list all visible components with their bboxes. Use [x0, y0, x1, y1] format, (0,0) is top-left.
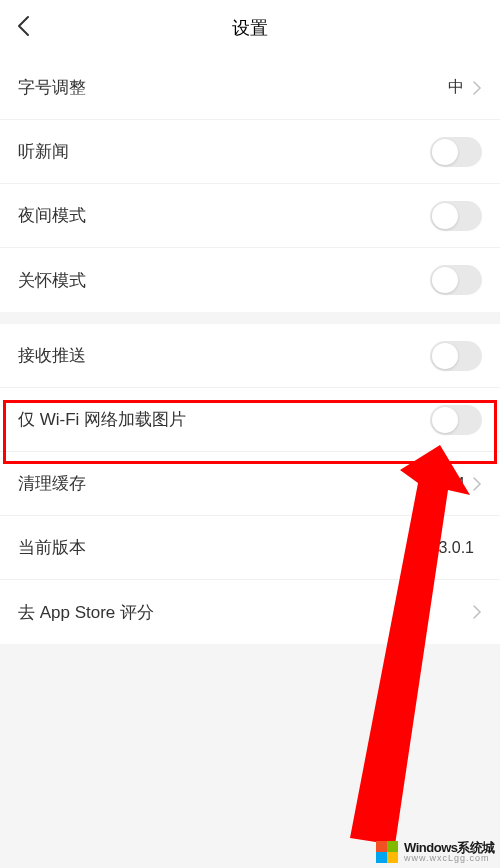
- row-care-mode: 关怀模式: [0, 248, 500, 312]
- row-right: 中: [448, 77, 482, 98]
- header: 设置: [0, 0, 500, 56]
- settings-section-2: 接收推送 仅 Wi-Fi 网络加载图片 清理缓存 1.1 M 当前版本 13.0…: [0, 324, 500, 644]
- row-night-mode: 夜间模式: [0, 184, 500, 248]
- night-mode-label: 夜间模式: [18, 204, 430, 227]
- font-adjust-label: 字号调整: [18, 76, 448, 99]
- listen-news-toggle[interactable]: [430, 137, 482, 167]
- windows-logo-icon: [376, 841, 398, 863]
- clear-cache-value: 1.1 M: [424, 475, 464, 493]
- row-font-adjust[interactable]: 字号调整 中: [0, 56, 500, 120]
- back-button[interactable]: [16, 15, 30, 41]
- row-right: 1.1 M: [424, 475, 482, 493]
- font-adjust-value: 中: [448, 77, 464, 98]
- version-label: 当前版本: [18, 536, 430, 559]
- push-label: 接收推送: [18, 344, 430, 367]
- clear-cache-label: 清理缓存: [18, 472, 424, 495]
- push-toggle[interactable]: [430, 341, 482, 371]
- page-title: 设置: [232, 16, 268, 40]
- chevron-right-icon: [472, 80, 482, 96]
- row-right: 13.0.1: [430, 539, 482, 557]
- care-mode-toggle[interactable]: [430, 265, 482, 295]
- watermark: Windows系统城 www.wxcLgg.com: [376, 841, 495, 863]
- row-version: 当前版本 13.0.1: [0, 516, 500, 580]
- version-value: 13.0.1: [430, 539, 474, 557]
- row-right: [472, 604, 482, 620]
- night-mode-toggle[interactable]: [430, 201, 482, 231]
- listen-news-label: 听新闻: [18, 140, 430, 163]
- watermark-line2: www.wxcLgg.com: [404, 854, 495, 863]
- row-push: 接收推送: [0, 324, 500, 388]
- care-mode-label: 关怀模式: [18, 269, 430, 292]
- row-rate[interactable]: 去 App Store 评分: [0, 580, 500, 644]
- wifi-images-label: 仅 Wi-Fi 网络加载图片: [18, 408, 430, 431]
- back-icon: [16, 15, 30, 37]
- row-listen-news: 听新闻: [0, 120, 500, 184]
- settings-section-1: 字号调整 中 听新闻 夜间模式 关怀模式: [0, 56, 500, 312]
- rate-label: 去 App Store 评分: [18, 601, 472, 624]
- chevron-right-icon: [472, 604, 482, 620]
- row-wifi-images: 仅 Wi-Fi 网络加载图片: [0, 388, 500, 452]
- row-clear-cache[interactable]: 清理缓存 1.1 M: [0, 452, 500, 516]
- chevron-right-icon: [472, 476, 482, 492]
- wifi-images-toggle[interactable]: [430, 405, 482, 435]
- watermark-text: Windows系统城 www.wxcLgg.com: [404, 841, 495, 863]
